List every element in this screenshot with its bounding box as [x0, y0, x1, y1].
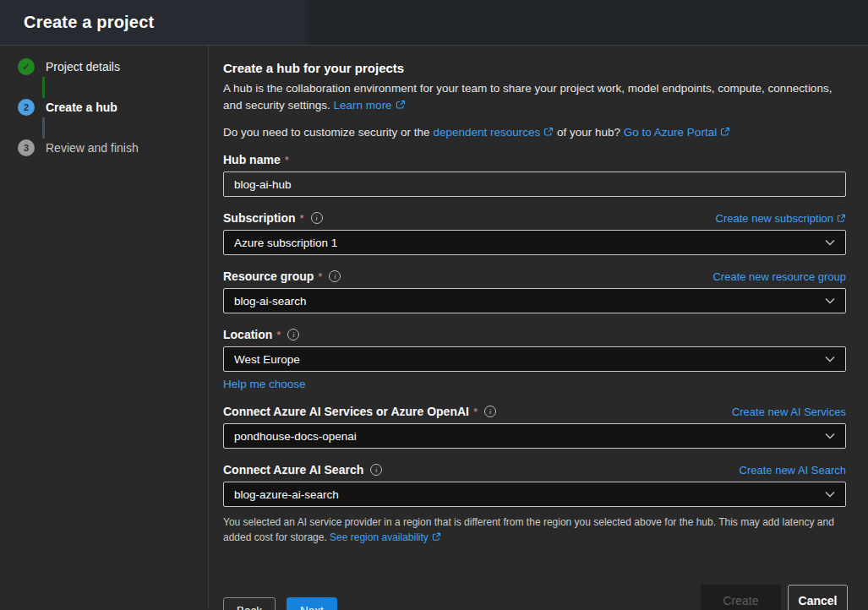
- create-new-ai-services-label: Create new AI Services: [732, 406, 846, 418]
- external-link-icon: [837, 214, 846, 223]
- info-icon[interactable]: i: [484, 406, 496, 417]
- create-new-ai-search-link[interactable]: Create new AI Search: [740, 464, 846, 477]
- dependent-resources-link[interactable]: dependent resources: [433, 126, 554, 139]
- step-project-details[interactable]: ✓ Project details: [18, 58, 208, 75]
- subscription-field: Subscription * i Create new subscription…: [223, 209, 846, 255]
- learn-more-label: Learn more: [334, 99, 392, 112]
- next-button[interactable]: Next: [287, 597, 337, 610]
- create-button[interactable]: Create: [701, 585, 781, 610]
- required-asterisk: *: [285, 154, 289, 166]
- back-button[interactable]: Back: [223, 597, 276, 610]
- info-icon[interactable]: i: [311, 212, 323, 224]
- create-new-ai-services-link[interactable]: Create new AI Services: [732, 406, 846, 418]
- ai-search-field: Connect Azure AI Search i Create new AI …: [223, 460, 846, 507]
- resource-group-dropdown[interactable]: blog-ai-search: [223, 288, 846, 313]
- info-icon[interactable]: i: [287, 329, 299, 340]
- security-question-prefix: Do you need to customize security or the: [223, 126, 430, 139]
- subscription-value: Azure subscription 1: [234, 237, 337, 249]
- chevron-down-icon: [825, 297, 835, 304]
- ai-services-label: Connect Azure AI Services or Azure OpenA…: [223, 405, 469, 418]
- required-asterisk: *: [276, 329, 281, 341]
- ai-services-field: Connect Azure AI Services or Azure OpenA…: [223, 402, 846, 449]
- step-label-review-and-finish: Review and finish: [46, 141, 139, 155]
- region-note-text: You selected an AI service provider in a…: [223, 516, 834, 543]
- external-link-icon: [543, 127, 554, 137]
- go-to-azure-portal-link[interactable]: Go to Azure Portal: [624, 126, 730, 139]
- resource-group-label: Resource group: [223, 270, 314, 283]
- learn-more-link[interactable]: Learn more: [334, 99, 406, 112]
- resource-group-value: blog-ai-search: [234, 295, 307, 308]
- chevron-down-icon: [825, 356, 835, 362]
- location-label: Location: [223, 328, 272, 341]
- create-new-subscription-label: Create new subscription: [716, 212, 833, 225]
- dialog-footer: Create Cancel: [701, 585, 848, 610]
- region-note: You selected an AI service provider in a…: [223, 515, 847, 545]
- step-complete-circle: ✓: [18, 58, 35, 75]
- azure-portal-label: Go to Azure Portal: [624, 126, 717, 139]
- subscription-label: Subscription: [223, 211, 296, 225]
- ai-search-label: Connect Azure AI Search: [223, 463, 363, 477]
- required-asterisk: *: [300, 212, 304, 225]
- subscription-dropdown[interactable]: Azure subscription 1: [223, 230, 846, 255]
- dialog-body: ✓ Project details 2 Create a hub 3 Revie…: [0, 46, 868, 609]
- ai-search-value: blog-azure-ai-search: [234, 488, 339, 501]
- info-icon[interactable]: i: [370, 464, 382, 476]
- cancel-button[interactable]: Cancel: [788, 585, 848, 610]
- wizard-steps-sidebar: ✓ Project details 2 Create a hub 3 Revie…: [0, 46, 209, 609]
- hub-name-input[interactable]: [223, 172, 846, 197]
- ai-services-dropdown[interactable]: pondhouse-docs-openai: [223, 423, 846, 449]
- external-link-icon: [396, 100, 406, 110]
- help-me-choose-link[interactable]: Help me choose: [223, 378, 306, 390]
- panel-description: A hub is the collaboration environment f…: [223, 80, 847, 114]
- security-question: Do you need to customize security or the…: [223, 124, 847, 140]
- step-current-circle: 2: [18, 99, 35, 116]
- see-region-availability-label: See region availability: [330, 531, 429, 543]
- create-project-dialog: Create a project ✓ Project details 2 Cre…: [0, 0, 868, 610]
- create-hub-panel: Create a hub for your projects A hub is …: [209, 46, 868, 609]
- location-value: West Europe: [234, 353, 300, 366]
- info-icon[interactable]: i: [329, 270, 341, 282]
- hub-name-label: Hub name: [223, 153, 281, 166]
- required-asterisk: *: [473, 406, 478, 418]
- chevron-down-icon: [825, 433, 835, 439]
- description-text: A hub is the collaboration environment f…: [223, 82, 832, 112]
- location-field: Location * i West Europe Help me choose: [223, 325, 846, 391]
- help-me-choose-label: Help me choose: [223, 378, 306, 390]
- resource-group-field: Resource group * i Create new resource g…: [223, 267, 846, 313]
- chevron-down-icon: [825, 491, 835, 498]
- step-label-project-details: Project details: [46, 60, 120, 74]
- panel-heading: Create a hub for your projects: [223, 60, 847, 76]
- required-asterisk: *: [318, 270, 322, 283]
- see-region-availability-link[interactable]: See region availability: [330, 531, 441, 543]
- dialog-title-bar: Create a project: [0, 0, 868, 46]
- external-link-icon: [432, 532, 441, 542]
- create-new-resource-group-label: Create new resource group: [712, 270, 846, 283]
- dialog-title: Create a project: [24, 13, 154, 32]
- step-upcoming-circle: 3: [18, 139, 35, 156]
- create-new-resource-group-link[interactable]: Create new resource group: [712, 270, 846, 283]
- create-new-ai-search-label: Create new AI Search: [740, 464, 846, 477]
- step-review-and-finish[interactable]: 3 Review and finish: [18, 139, 208, 156]
- checkmark-icon: ✓: [22, 62, 30, 72]
- location-dropdown[interactable]: West Europe: [223, 346, 846, 372]
- ai-search-dropdown[interactable]: blog-azure-ai-search: [223, 482, 846, 507]
- step-create-a-hub[interactable]: 2 Create a hub: [18, 99, 208, 116]
- create-new-subscription-link[interactable]: Create new subscription: [716, 212, 846, 225]
- external-link-icon: [720, 127, 730, 137]
- step-connector-complete: [42, 77, 45, 98]
- chevron-down-icon: [825, 239, 835, 246]
- ai-services-value: pondhouse-docs-openai: [234, 430, 357, 443]
- hub-name-field: Hub name *: [223, 150, 846, 197]
- security-question-middle: of your hub?: [557, 126, 620, 139]
- step-label-create-a-hub: Create a hub: [46, 101, 117, 114]
- dependent-resources-label: dependent resources: [433, 126, 540, 139]
- step-connector-upcoming: [42, 117, 45, 139]
